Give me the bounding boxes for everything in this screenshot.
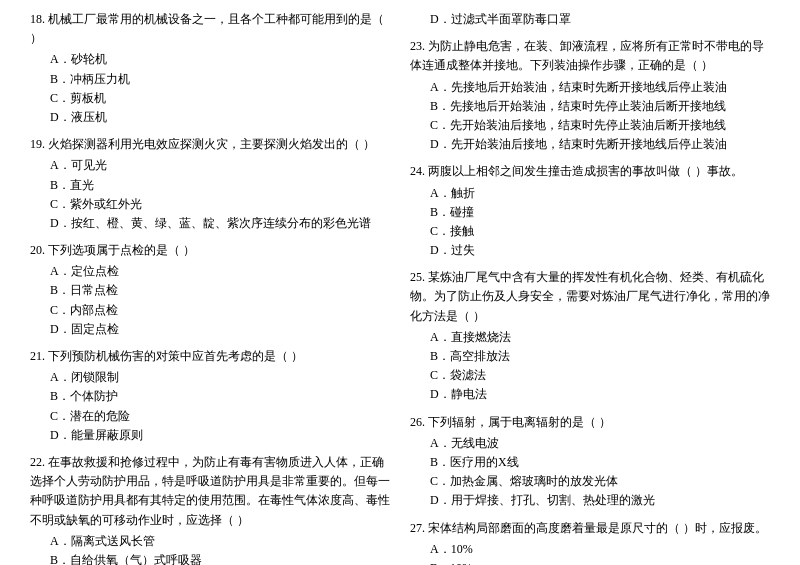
question-26-title: 26. 下列辐射，属于电离辐射的是（ ） xyxy=(410,413,770,432)
page-content: 18. 机械工厂最常用的机械设备之一，且各个工种都可能用到的是（ ） A．砂轮机… xyxy=(30,10,770,565)
q24-option-b: B．碰撞 xyxy=(410,203,770,222)
q26-option-b: B．医疗用的X线 xyxy=(410,453,770,472)
right-column: D．过滤式半面罩防毒口罩 23. 为防止静电危害，在装、卸液流程，应将所有正常时… xyxy=(410,10,770,565)
q21-option-d: D．能量屏蔽原则 xyxy=(30,426,390,445)
question-21-title: 21. 下列预防机械伤害的对策中应首先考虑的是（ ） xyxy=(30,347,390,366)
question-22: 22. 在事故救援和抢修过程中，为防止有毒有害物质进入人体，正确选择个人劳动防护… xyxy=(30,453,390,565)
q20-option-c: C．内部点检 xyxy=(30,301,390,320)
q23-option-c: C．先开始装油后接地，结束时先停止装油后断开接地线 xyxy=(410,116,770,135)
q25-option-d: D．静电法 xyxy=(410,385,770,404)
q25-option-c: C．袋滤法 xyxy=(410,366,770,385)
q21-option-c: C．潜在的危险 xyxy=(30,407,390,426)
q21-option-a: A．闭锁限制 xyxy=(30,368,390,387)
q24-option-a: A．触折 xyxy=(410,184,770,203)
q26-option-a: A．无线电波 xyxy=(410,434,770,453)
q27-option-b: B．10% xyxy=(410,559,770,565)
question-27: 27. 宋体结构局部磨面的高度磨着量最是原尺寸的（ ）时，应报废。 A．10% … xyxy=(410,519,770,566)
question-22-title: 22. 在事故救援和抢修过程中，为防止有毒有害物质进入人体，正确选择个人劳动防护… xyxy=(30,453,390,530)
q19-option-b: B．直光 xyxy=(30,176,390,195)
q18-option-c: C．剪板机 xyxy=(30,89,390,108)
q19-option-c: C．紫外或红外光 xyxy=(30,195,390,214)
question-26: 26. 下列辐射，属于电离辐射的是（ ） A．无线电波 B．医疗用的X线 C．加… xyxy=(410,413,770,511)
q18-option-a: A．砂轮机 xyxy=(30,50,390,69)
q20-option-b: B．日常点检 xyxy=(30,281,390,300)
question-20: 20. 下列选项属于点检的是（ ） A．定位点检 B．日常点检 C．内部点检 D… xyxy=(30,241,390,339)
q24-option-d: D．过失 xyxy=(410,241,770,260)
q19-option-a: A．可见光 xyxy=(30,156,390,175)
q18-option-d: D．液压机 xyxy=(30,108,390,127)
q26-option-c: C．加热金属、熔玻璃时的放发光体 xyxy=(410,472,770,491)
question-24: 24. 两腹以上相邻之间发生撞击造成损害的事故叫做（ ）事故。 A．触折 B．碰… xyxy=(410,162,770,260)
q27-option-a: A．10% xyxy=(410,540,770,559)
q22-option-d: D．过滤式半面罩防毒口罩 xyxy=(410,10,770,29)
q20-option-d: D．固定点检 xyxy=(30,320,390,339)
question-22-d: D．过滤式半面罩防毒口罩 xyxy=(410,10,770,29)
left-column: 18. 机械工厂最常用的机械设备之一，且各个工种都可能用到的是（ ） A．砂轮机… xyxy=(30,10,390,565)
q23-option-d: D．先开始装油后接地，结束时先断开接地线后停止装油 xyxy=(410,135,770,154)
q23-option-a: A．先接地后开始装油，结束时先断开接地线后停止装油 xyxy=(410,78,770,97)
q26-option-d: D．用于焊接、打孔、切割、热处理的激光 xyxy=(410,491,770,510)
q23-option-b: B．先接地后开始装油，结束时先停止装油后断开接地线 xyxy=(410,97,770,116)
question-18: 18. 机械工厂最常用的机械设备之一，且各个工种都可能用到的是（ ） A．砂轮机… xyxy=(30,10,390,127)
q24-option-c: C．接触 xyxy=(410,222,770,241)
question-21: 21. 下列预防机械伤害的对策中应首先考虑的是（ ） A．闭锁限制 B．个体防护… xyxy=(30,347,390,445)
q20-option-a: A．定位点检 xyxy=(30,262,390,281)
question-25-title: 25. 某炼油厂尾气中含有大量的挥发性有机化合物、烃类、有机硫化物。为了防止伤及… xyxy=(410,268,770,326)
q21-option-b: B．个体防护 xyxy=(30,387,390,406)
question-25: 25. 某炼油厂尾气中含有大量的挥发性有机化合物、烃类、有机硫化物。为了防止伤及… xyxy=(410,268,770,404)
question-20-title: 20. 下列选项属于点检的是（ ） xyxy=(30,241,390,260)
q25-option-a: A．直接燃烧法 xyxy=(410,328,770,347)
q22-option-a: A．隔离式送风长管 xyxy=(30,532,390,551)
q19-option-d: D．按红、橙、黄、绿、蓝、靛、紫次序连续分布的彩色光谱 xyxy=(30,214,390,233)
question-18-title: 18. 机械工厂最常用的机械设备之一，且各个工种都可能用到的是（ ） xyxy=(30,10,390,48)
q22-option-b: B．自给供氧（气）式呼吸器 xyxy=(30,551,390,565)
question-23-title: 23. 为防止静电危害，在装、卸液流程，应将所有正常时不带电的导体连通成整体并接… xyxy=(410,37,770,75)
q25-option-b: B．高空排放法 xyxy=(410,347,770,366)
question-23: 23. 为防止静电危害，在装、卸液流程，应将所有正常时不带电的导体连通成整体并接… xyxy=(410,37,770,154)
question-19: 19. 火焰探测器利用光电效应探测火灾，主要探测火焰发出的（ ） A．可见光 B… xyxy=(30,135,390,233)
question-27-title: 27. 宋体结构局部磨面的高度磨着量最是原尺寸的（ ）时，应报废。 xyxy=(410,519,770,538)
question-24-title: 24. 两腹以上相邻之间发生撞击造成损害的事故叫做（ ）事故。 xyxy=(410,162,770,181)
question-19-title: 19. 火焰探测器利用光电效应探测火灾，主要探测火焰发出的（ ） xyxy=(30,135,390,154)
q18-option-b: B．冲柄压力机 xyxy=(30,70,390,89)
